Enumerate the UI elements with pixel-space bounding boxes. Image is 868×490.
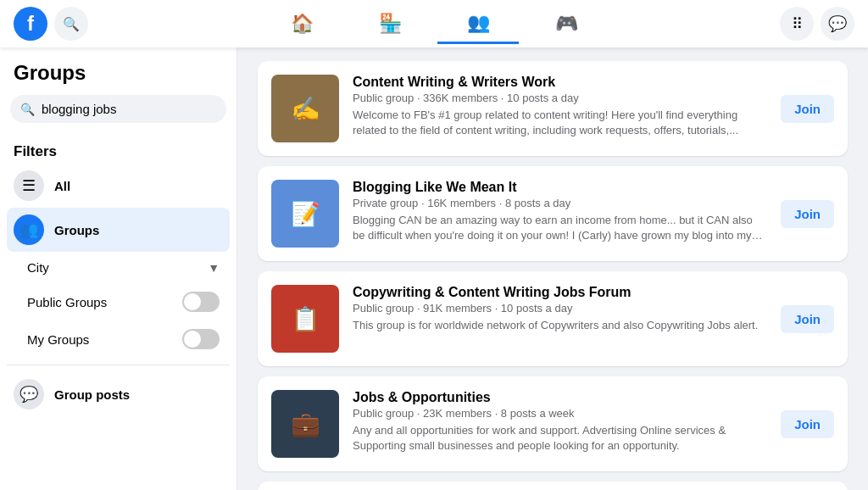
- all-filter-label: All: [54, 179, 70, 193]
- group-posts-icon: 💬: [14, 379, 44, 409]
- group-image-placeholder: 💼: [271, 390, 339, 458]
- group-image: 💼: [271, 390, 339, 458]
- group-card: 💼 Jobs & Opportunities Public group · 23…: [258, 376, 848, 471]
- facebook-logo[interactable]: f: [14, 7, 47, 41]
- search-input[interactable]: [42, 102, 216, 116]
- search-box-icon: 🔍: [20, 103, 35, 116]
- group-image: 📋: [271, 285, 339, 353]
- city-chevron-area: ▼: [208, 261, 220, 275]
- join-button[interactable]: Join: [781, 410, 834, 438]
- group-name: Jobs & Opportunities: [353, 390, 767, 405]
- public-groups-toggle[interactable]: [182, 292, 220, 312]
- group-meta: Public group · 91K members · 10 posts a …: [353, 302, 767, 315]
- all-filter-icon: ☰: [14, 170, 44, 201]
- group-name: Copywriting & Content Writing Jobs Forum: [353, 285, 767, 300]
- nav-center: 🏠 🏪 👥 🎮: [251, 3, 617, 44]
- toggle-knob: [184, 293, 201, 310]
- nav-marketplace[interactable]: 🏪: [349, 3, 431, 44]
- subfilter-city[interactable]: City ▼: [7, 252, 230, 283]
- group-card: 📝 Blogging Like We Mean It Private group…: [258, 166, 848, 261]
- nav-right: ⠿ 💬: [617, 7, 854, 41]
- group-posts-label: Group posts: [54, 387, 130, 402]
- sidebar-title: Groups: [7, 61, 230, 95]
- sidebar-divider: [7, 365, 230, 365]
- group-description: Blogging CAN be an amazing way to earn a…: [353, 213, 767, 243]
- group-image-placeholder: 📋: [271, 285, 339, 353]
- group-image: ✍️: [271, 75, 339, 142]
- public-groups-label: Public Groups: [27, 295, 107, 309]
- group-info: Copywriting & Content Writing Jobs Forum…: [353, 285, 767, 333]
- search-icon: 🔍: [63, 16, 80, 32]
- marketplace-icon: 🏪: [379, 13, 402, 35]
- messenger-button[interactable]: 💬: [821, 7, 854, 41]
- city-label: City: [27, 260, 49, 275]
- group-card: 📰 Blogging for New Bloggers with Lucrezi…: [258, 482, 848, 490]
- apps-icon: ⠿: [792, 14, 803, 33]
- group-description: Any and all opportunities for work and s…: [353, 423, 767, 454]
- sidebar: Groups 🔍 Filters ☰ All 👥 Groups City ▼ P…: [0, 47, 237, 490]
- my-groups-toggle[interactable]: [182, 329, 220, 349]
- groups-icon: 👥: [467, 12, 490, 34]
- search-box[interactable]: 🔍: [10, 95, 226, 123]
- group-meta: Public group · 336K members · 10 posts a…: [353, 92, 767, 104]
- join-button[interactable]: Join: [781, 200, 834, 228]
- my-groups-label: My Groups: [27, 332, 89, 347]
- group-image: 📝: [271, 180, 339, 248]
- filter-groups[interactable]: 👥 Groups: [7, 208, 230, 252]
- subfilter-my-groups[interactable]: My Groups: [7, 320, 230, 358]
- join-button[interactable]: Join: [781, 305, 834, 333]
- toggle-knob-2: [184, 331, 201, 348]
- group-description: This group is for worldwide network of C…: [353, 318, 767, 333]
- group-card: 📋 Copywriting & Content Writing Jobs For…: [258, 271, 848, 366]
- groups-filter-label: Groups: [54, 223, 99, 237]
- group-name: Content Writing & Writers Work: [353, 75, 767, 90]
- nav-gaming[interactable]: 🎮: [526, 3, 607, 44]
- subfilter-public-groups[interactable]: Public Groups: [7, 283, 230, 320]
- group-card: ✍️ Content Writing & Writers Work Public…: [258, 61, 848, 156]
- group-meta: Public group · 23K members · 8 posts a w…: [353, 407, 767, 420]
- group-image-placeholder: ✍️: [271, 75, 339, 142]
- group-image-placeholder: 📝: [271, 180, 339, 248]
- chevron-down-icon: ▼: [208, 261, 220, 275]
- apps-button[interactable]: ⠿: [780, 7, 814, 41]
- filters-title: Filters: [7, 136, 230, 164]
- top-navigation: f 🔍 🏠 🏪 👥 🎮 ⠿ 💬: [0, 0, 868, 47]
- groups-filter-icon: 👥: [14, 214, 44, 245]
- group-info: Blogging Like We Mean It Private group ·…: [353, 180, 767, 243]
- group-info: Jobs & Opportunities Public group · 23K …: [353, 390, 767, 454]
- main-content: ✍️ Content Writing & Writers Work Public…: [237, 47, 868, 490]
- home-icon: 🏠: [291, 13, 314, 35]
- nav-groups[interactable]: 👥: [437, 3, 519, 44]
- group-posts-item[interactable]: 💬 Group posts: [7, 372, 230, 416]
- gaming-icon: 🎮: [555, 13, 578, 35]
- messenger-icon: 💬: [828, 14, 847, 33]
- group-name: Blogging Like We Mean It: [353, 180, 767, 195]
- filter-all[interactable]: ☰ All: [7, 164, 230, 208]
- main-layout: Groups 🔍 Filters ☰ All 👥 Groups City ▼ P…: [0, 47, 868, 490]
- group-description: Welcome to FB's #1 group related to cont…: [353, 108, 767, 138]
- search-button[interactable]: 🔍: [54, 7, 88, 41]
- join-button[interactable]: Join: [781, 95, 834, 123]
- group-meta: Private group · 16K members · 8 posts a …: [353, 197, 767, 209]
- group-info: Content Writing & Writers Work Public gr…: [353, 75, 767, 138]
- nav-home[interactable]: 🏠: [261, 3, 342, 44]
- nav-left: f 🔍: [14, 7, 251, 41]
